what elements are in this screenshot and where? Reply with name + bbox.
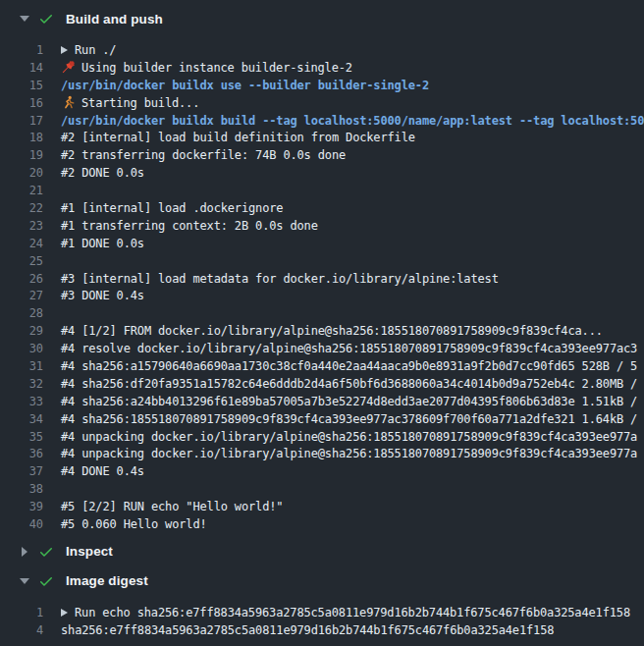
chevron-down-icon[interactable]: [19, 16, 29, 22]
line-number[interactable]: 23: [0, 219, 43, 233]
section-title: Image digest: [66, 573, 148, 588]
line-number[interactable]: 16: [0, 96, 43, 110]
log-text-content: #4 unpacking docker.io/library/alpine@sh…: [61, 447, 637, 460]
line-number[interactable]: 37: [0, 464, 43, 478]
log-row: 22#1 [internal] load .dockerignore: [0, 199, 644, 217]
log-row: 38: [0, 480, 644, 498]
log-row: 21: [0, 182, 644, 199]
log-row: 26#3 [internal] load metadata for docker…: [0, 270, 644, 288]
section-title: Inspect: [66, 544, 113, 559]
log-text-content: sha256:e7ff8834a5963a2785c5a0811e979d16b…: [61, 623, 554, 637]
line-number[interactable]: 1: [0, 43, 43, 57]
line-number[interactable]: 34: [0, 412, 43, 426]
line-number[interactable]: 38: [0, 482, 43, 496]
log-row: 30#4 resolve docker.io/library/alpine@sh…: [0, 340, 644, 357]
log-text: sha256:e7ff8834a5963a2785c5a0811e979d16b…: [61, 623, 554, 637]
disclosure-triangle: [22, 547, 27, 557]
log-text: #1 [internal] load .dockerignore: [61, 201, 283, 215]
line-number[interactable]: 39: [0, 500, 43, 513]
log-lines: 1Run echo sha256:e7ff8834a5963a2785c5a08…: [0, 596, 644, 643]
line-number[interactable]: 1: [0, 606, 43, 619]
log-text-content: /usr/bin/docker buildx use --builder bui…: [61, 79, 429, 92]
log-row: 4sha256:e7ff8834a5963a2785c5a0811e979d16…: [0, 621, 644, 639]
log-lines: 1Run ./14Using builder instance builder-…: [0, 33, 644, 537]
log-row: 14Using builder instance builder-single-…: [0, 59, 644, 77]
log-row: 17/usr/bin/docker buildx build --tag loc…: [0, 112, 644, 130]
section-header-inspect[interactable]: Inspect: [0, 537, 644, 566]
line-number[interactable]: 22: [0, 201, 43, 215]
line-number[interactable]: 19: [0, 148, 43, 162]
section-header-image-digest[interactable]: Image digest: [0, 566, 644, 596]
log-text-content: #4 unpacking docker.io/library/alpine@sh…: [61, 430, 637, 444]
log-row: 20#2 DONE 0.0s: [0, 164, 644, 182]
log-text-content: #1 [internal] load .dockerignore: [61, 201, 283, 215]
check-icon: [38, 573, 54, 589]
line-number[interactable]: 33: [0, 395, 43, 408]
line-number[interactable]: 29: [0, 324, 43, 338]
log-text: Run ./: [61, 43, 116, 57]
line-number[interactable]: 4: [0, 623, 43, 637]
log-text: #4 DONE 0.4s: [61, 464, 144, 478]
log-row: 16Starting build...: [0, 94, 644, 112]
log-text-content: Run echo sha256:e7ff8834a5963a2785c5a081…: [75, 606, 630, 619]
log-text: #4 sha256:a24bb4013296f61e89ba57005a7b3e…: [61, 395, 637, 408]
log-text: #4 unpacking docker.io/library/alpine@sh…: [61, 430, 637, 444]
log-row: 40#5 0.060 Hello world!: [0, 515, 644, 533]
log-text-content: Using builder instance builder-single-2: [81, 61, 352, 75]
line-number[interactable]: 15: [0, 79, 43, 92]
log-text: #1 DONE 0.0s: [61, 237, 144, 250]
log-text: #5 [2/2] RUN echo "Hello world!": [61, 500, 283, 513]
log-text: Using builder instance builder-single-2: [61, 60, 352, 75]
log-text: #4 sha256:df20fa9351a15782c64e6dddb2d4a6…: [61, 377, 637, 391]
runner-icon: [61, 95, 76, 110]
line-number[interactable]: 28: [0, 306, 43, 320]
log-row: 19#2 transferring dockerfile: 74B 0.0s d…: [0, 146, 644, 164]
log-text-content: #4 sha256:a15790640a6690aa1730c38cf0a440…: [61, 359, 637, 373]
log-text: Starting build...: [61, 95, 199, 110]
line-number[interactable]: 18: [0, 131, 43, 144]
line-number[interactable]: 14: [0, 61, 43, 75]
line-number[interactable]: 20: [0, 166, 43, 180]
run-triangle-icon[interactable]: [61, 46, 68, 54]
log-row: 27#3 DONE 0.4s: [0, 287, 644, 304]
line-number[interactable]: 17: [0, 114, 43, 128]
line-number[interactable]: 35: [0, 430, 43, 444]
log-row: 1Run ./: [0, 41, 644, 59]
chevron-down-icon[interactable]: [19, 578, 29, 584]
line-number[interactable]: 27: [0, 289, 43, 302]
log-text-content: #3 [internal] load metadata for docker.i…: [61, 272, 499, 286]
log-row: 18#2 [internal] load build definition fr…: [0, 129, 644, 146]
log-text-content: #4 sha256:df20fa9351a15782c64e6dddb2d4a6…: [61, 377, 637, 391]
line-number[interactable]: 32: [0, 377, 43, 391]
line-number[interactable]: 21: [0, 184, 43, 197]
line-number[interactable]: 26: [0, 272, 43, 286]
chevron-right-icon[interactable]: [19, 547, 29, 557]
line-number[interactable]: 40: [0, 517, 43, 531]
line-number[interactable]: 31: [0, 359, 43, 373]
log-text-content: #4 DONE 0.4s: [61, 464, 144, 478]
log-row: 34#4 sha256:185518070891758909c9f839cf4c…: [0, 410, 644, 428]
section-header-build-and-push[interactable]: Build and push: [0, 4, 644, 33]
log-text-content: #1 transferring context: 2B 0.0s done: [61, 219, 318, 233]
line-number[interactable]: 36: [0, 447, 43, 460]
log-text: #4 sha256:185518070891758909c9f839cf4ca3…: [61, 412, 637, 426]
log-row: 35#4 unpacking docker.io/library/alpine@…: [0, 428, 644, 446]
log-row: 39#5 [2/2] RUN echo "Hello world!": [0, 498, 644, 515]
pushpin-icon: [61, 60, 76, 75]
log-text: Run echo sha256:e7ff8834a5963a2785c5a081…: [61, 606, 630, 619]
log-text-content: #1 DONE 0.0s: [61, 237, 144, 250]
log-text-content: #5 [2/2] RUN echo "Hello world!": [61, 500, 283, 513]
log-text-content: #4 resolve docker.io/library/alpine@sha2…: [61, 342, 637, 355]
run-triangle-icon[interactable]: [61, 609, 68, 617]
line-number[interactable]: 25: [0, 254, 43, 268]
log-row: 32#4 sha256:df20fa9351a15782c64e6dddb2d4…: [0, 375, 644, 393]
line-number[interactable]: 24: [0, 237, 43, 250]
log-text-content: #2 transferring dockerfile: 74B 0.0s don…: [61, 148, 346, 162]
workflow-log: Build and push1Run ./14Using builder ins…: [0, 4, 644, 643]
actions-log-viewer: { "colors": { "background": "#232930", "…: [0, 0, 644, 646]
log-row: 33#4 sha256:a24bb4013296f61e89ba57005a7b…: [0, 393, 644, 410]
check-icon: [38, 11, 54, 27]
log-text-command: /usr/bin/docker buildx use --builder bui…: [61, 79, 429, 92]
line-number[interactable]: 30: [0, 342, 43, 355]
log-row: 28: [0, 304, 644, 322]
